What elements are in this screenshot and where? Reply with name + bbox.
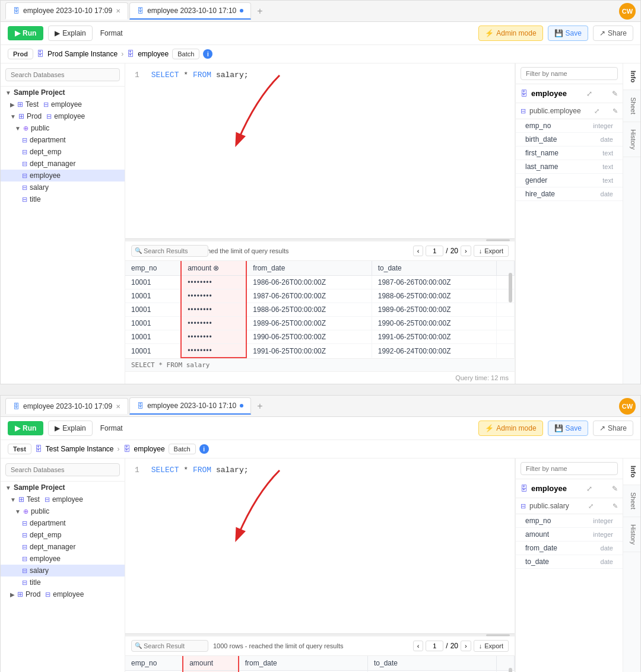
sidebar-item-title[interactable]: ⊟ title bbox=[1, 193, 125, 205]
project-root-1[interactable]: ▼ Sample Project bbox=[1, 87, 125, 98]
format-button-2[interactable]: Format bbox=[97, 421, 126, 435]
filter-input-1[interactable] bbox=[521, 67, 618, 80]
sidebar2-item-dept-manager[interactable]: ⊟ dept_manager bbox=[1, 541, 125, 553]
tab-add-button-1[interactable]: + bbox=[252, 6, 267, 17]
explain-button-1[interactable]: ▶ Explain bbox=[48, 26, 92, 41]
tab2-1-close[interactable]: ✕ bbox=[116, 403, 120, 410]
masked-value: •••••••• bbox=[188, 333, 212, 341]
masked-value: •••••••• bbox=[188, 346, 212, 355]
tab-1-query-1[interactable]: 🗄 employee 2023-10-10 17:09 ✕ bbox=[5, 2, 128, 20]
schema-edit-icon-2[interactable]: ✎ bbox=[612, 485, 618, 493]
table-cell: 10001 bbox=[125, 330, 181, 344]
results-table-wrapper-1: emp_no amount ⊗ from_date to_date 10001•… bbox=[125, 261, 515, 358]
sidebar-search-input-2[interactable] bbox=[5, 463, 120, 476]
schema-sub-edit-2[interactable]: ✎ bbox=[613, 502, 618, 510]
prev-page-btn-1[interactable]: ‹ bbox=[413, 246, 424, 256]
next-page-btn-1[interactable]: › bbox=[461, 246, 471, 256]
sidebar2-item-title[interactable]: ⊟ title bbox=[1, 577, 125, 588]
field-name: hire_date bbox=[525, 190, 555, 198]
project-root-2[interactable]: ▼ Sample Project bbox=[1, 482, 125, 493]
filter-bar-1 bbox=[516, 63, 623, 84]
run-button-1[interactable]: ▶ Run bbox=[8, 26, 43, 40]
arrow-sep-1: › bbox=[121, 50, 123, 58]
resize-handle-1[interactable] bbox=[125, 238, 515, 241]
schema-expand-icon-1[interactable]: ⤢ bbox=[586, 90, 592, 98]
sidebar2-item-dept-emp[interactable]: ⊟ dept_emp bbox=[1, 529, 125, 541]
kw-from-2: FROM bbox=[193, 466, 211, 474]
schema-sub-expand-2[interactable]: ⤢ bbox=[588, 502, 594, 510]
resize-handle-2[interactable] bbox=[125, 633, 515, 636]
sidebar2-item-public[interactable]: ▼ ⊕ public bbox=[1, 505, 125, 517]
results-search-input-1[interactable] bbox=[131, 245, 208, 257]
batch-badge-2[interactable]: Batch bbox=[169, 444, 196, 454]
sql-editor-2[interactable]: 1 SELECT * FROM salary; bbox=[125, 458, 515, 633]
batch-badge-1[interactable]: Batch bbox=[172, 49, 199, 59]
sidebar2-item-prod-db[interactable]: ▶ ⊞ Prod ⊟ employee bbox=[1, 588, 125, 600]
admin-mode-button-1[interactable]: ⚡ Admin mode bbox=[478, 26, 542, 41]
table-cell: •••••••• bbox=[181, 289, 246, 303]
admin-mode-button-2[interactable]: ⚡ Admin mode bbox=[478, 421, 542, 436]
sidebar-item-salary[interactable]: ⊟ salary bbox=[1, 181, 125, 193]
field-type: text bbox=[602, 177, 613, 184]
sidebar2-test-sub: employee bbox=[52, 495, 83, 504]
export-btn-2[interactable]: ↓ Export bbox=[474, 640, 509, 652]
main-area-1: ▼ Sample Project ▶ ⊞ Test ⊟ employee ▼ ⊞… bbox=[1, 63, 640, 384]
schema-sub-title-2: public.salary bbox=[529, 502, 569, 510]
save-button-1[interactable]: 💾 Save bbox=[548, 26, 588, 41]
tab-1-close[interactable]: ✕ bbox=[116, 8, 120, 14]
sidebar-search-input-1[interactable] bbox=[5, 68, 120, 81]
save-button-2[interactable]: 💾 Save bbox=[548, 421, 588, 436]
right-tab-sheet-2[interactable]: Sheet bbox=[623, 485, 640, 517]
share-button-1[interactable]: ↗ Share bbox=[593, 26, 633, 41]
run-icon-2: ▶ bbox=[15, 424, 20, 432]
right-tab-sheet-1[interactable]: Sheet bbox=[623, 90, 640, 122]
info-button-1[interactable]: i bbox=[203, 49, 212, 59]
right-tab-history-1[interactable]: History bbox=[623, 122, 640, 157]
filter-input-2[interactable] bbox=[521, 462, 618, 475]
prev-page-btn-2[interactable]: ‹ bbox=[413, 641, 424, 651]
sidebar-item-department[interactable]: ⊟ department bbox=[1, 134, 125, 146]
schema-edit-icon-1[interactable]: ✎ bbox=[612, 90, 618, 98]
sql-editor-1[interactable]: 1 SELECT * FROM salary; bbox=[125, 63, 515, 238]
schema-db-icon-1: 🗄 bbox=[521, 90, 528, 98]
info-button-2[interactable]: i bbox=[199, 444, 209, 454]
sidebar2-item-department[interactable]: ⊟ department bbox=[1, 517, 125, 529]
explain-button-2[interactable]: ▶ Explain bbox=[48, 421, 92, 436]
tab-1-query-2[interactable]: 🗄 employee 2023-10-10 17:10 bbox=[129, 2, 251, 20]
env-badge-1[interactable]: Prod bbox=[8, 49, 33, 59]
page-input-1[interactable] bbox=[426, 246, 443, 256]
format-button-1[interactable]: Format bbox=[97, 26, 126, 40]
sidebar-item-dept-emp[interactable]: ⊟ dept_emp bbox=[1, 146, 125, 158]
schema-field-item: emp_nointeger bbox=[516, 119, 623, 133]
save-label-2: Save bbox=[566, 424, 582, 432]
run-button-2[interactable]: ▶ Run bbox=[8, 421, 43, 435]
schema-sub-edit-1[interactable]: ✎ bbox=[613, 107, 618, 115]
share-label-1: Share bbox=[608, 29, 627, 37]
sidebar2-item-salary[interactable]: ⊟ salary bbox=[1, 565, 125, 577]
schema-sub-expand-1[interactable]: ⤢ bbox=[594, 107, 599, 115]
schema-expand-icon-2[interactable]: ⤢ bbox=[586, 485, 592, 493]
right-tab-info-1[interactable]: Info bbox=[623, 63, 640, 90]
col-header-amount-1: amount ⊗ bbox=[181, 261, 246, 276]
next-page-btn-2[interactable]: › bbox=[461, 641, 471, 651]
sidebar2-item-test-db[interactable]: ▼ ⊞ Test ⊟ employee bbox=[1, 493, 125, 505]
env-badge-2[interactable]: Test bbox=[8, 444, 31, 454]
sidebar-item-test-db[interactable]: ▶ ⊞ Test ⊟ employee bbox=[1, 98, 125, 110]
tab-2-query-1[interactable]: 🗄 employee 2023-10-10 17:09 ✕ bbox=[5, 398, 128, 414]
results-search-input-2[interactable] bbox=[131, 640, 208, 652]
export-label-2: Export bbox=[484, 642, 503, 649]
page-input-2[interactable] bbox=[426, 641, 443, 651]
tab-2-query-2[interactable]: 🗄 employee 2023-10-10 17:10 bbox=[129, 397, 251, 415]
sidebar-item-dept-manager[interactable]: ⊟ dept_manager bbox=[1, 158, 125, 170]
field-type: integer bbox=[593, 531, 613, 538]
share-button-2[interactable]: ↗ Share bbox=[593, 421, 633, 436]
sidebar-item-public[interactable]: ▼ ⊕ public bbox=[1, 122, 125, 134]
sidebar2-item-employee[interactable]: ⊟ employee bbox=[1, 553, 125, 565]
sidebar-item-prod-db[interactable]: ▼ ⊞ Prod ⊟ employee bbox=[1, 110, 125, 122]
right-tab-info-2[interactable]: Info bbox=[623, 458, 640, 485]
user-avatar-1: CW bbox=[619, 3, 636, 20]
right-tab-history-2[interactable]: History bbox=[623, 517, 640, 552]
tab-add-button-2[interactable]: + bbox=[252, 401, 267, 412]
export-btn-1[interactable]: ↓ Export bbox=[474, 245, 509, 257]
sidebar-item-employee[interactable]: ⊟ employee bbox=[1, 170, 125, 181]
